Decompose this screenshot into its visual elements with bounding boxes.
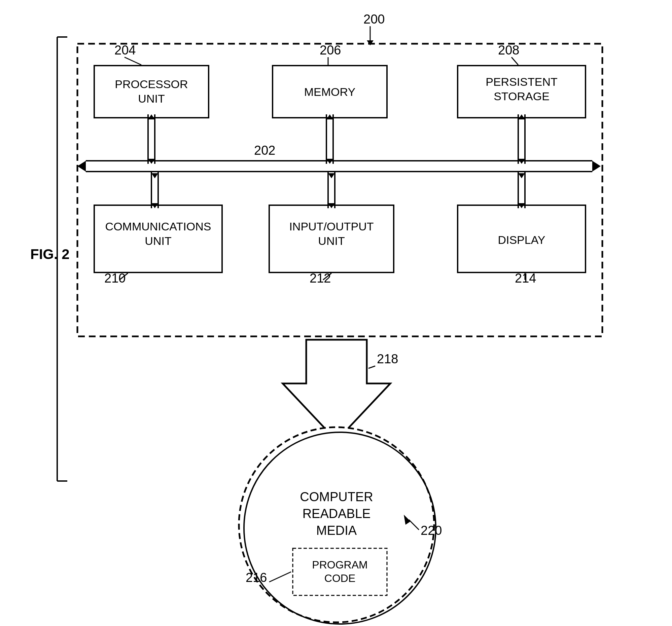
circle-label-readable: READABLE [303,507,371,521]
program-code-box [293,548,387,595]
ref-200-label: 200 [363,12,385,26]
upward-arrow [283,340,390,441]
persistent-storage-label-line1: PERSISTENT [485,75,557,88]
svg-marker-11 [592,161,601,172]
svg-marker-15 [148,115,155,119]
processor-unit-label-line2: UNIT [138,92,165,105]
persistent-storage-label-line2: STORAGE [494,90,550,103]
ref-220-label: 220 [421,523,442,537]
circle-label-media: MEDIA [316,523,357,537]
ref-216-label: 216 [246,571,267,585]
io-unit-label-line2: UNIT [318,234,344,247]
ref-204-label: 204 [114,43,136,57]
ref-208-label: 208 [498,43,519,57]
diagram-container: FIG. 2 200 PROCESSOR UNIT 204 MEMORY 206… [0,0,672,626]
svg-line-5 [124,57,141,65]
ref-202-label: 202 [254,143,275,157]
memory-label: MEMORY [304,85,355,98]
ref-206-label: 206 [320,43,341,57]
figure-label: FIG. 2 [30,246,70,262]
program-code-label-line1: PROGRAM [312,559,367,571]
program-code-label-line2: CODE [325,572,355,584]
ref-212-label: 212 [310,271,331,285]
svg-line-41 [368,366,375,368]
display-label: DISPLAY [498,233,545,246]
svg-marker-10 [77,161,86,172]
svg-marker-33 [328,173,335,178]
ref-214-label: 214 [515,271,536,285]
circle-label-computer: COMPUTER [300,490,373,504]
processor-unit-box [94,66,209,118]
processor-unit-label-line1: PROCESSOR [115,78,188,91]
svg-marker-23 [518,115,525,119]
svg-line-7 [511,57,518,65]
communications-unit-label-line2: UNIT [145,234,171,247]
ref-210-label: 210 [104,271,125,285]
svg-marker-37 [518,173,525,178]
io-unit-label-line1: INPUT/OUTPUT [289,220,374,233]
svg-marker-29 [151,173,158,178]
communications-unit-label-line1: COMMUNICATIONS [105,220,211,233]
svg-marker-19 [327,115,333,119]
ref-218-label: 218 [377,352,398,366]
